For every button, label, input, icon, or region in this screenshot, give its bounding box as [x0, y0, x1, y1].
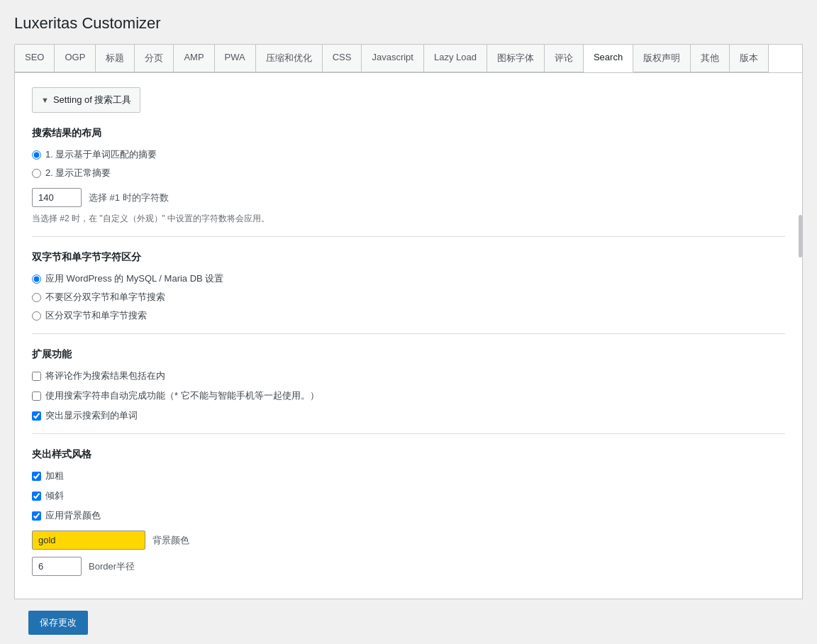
tab-amp[interactable]: AMP — [174, 45, 214, 72]
layout-radio-2-label: 2. 显示正常摘要 — [45, 167, 111, 179]
tab-comments[interactable]: 评论 — [545, 45, 584, 72]
layout-radio-1-label: 1. 显示基于单词匹配的摘要 — [45, 148, 157, 161]
tab-css[interactable]: CSS — [323, 45, 362, 72]
color-label: 背景颜色 — [152, 534, 189, 547]
highlight-checkbox-3[interactable]: 应用背景颜色 — [32, 509, 785, 522]
extend-group-label: 扩展功能 — [32, 348, 785, 361]
char-count-label: 选择 #1 时的字符数 — [89, 191, 169, 204]
border-radius-row: Border半径 — [32, 557, 785, 576]
byte-radio-1[interactable]: 应用 WordPress 的 MySQL / Maria DB 设置 — [32, 272, 785, 285]
byte-group-label: 双字节和单字节字符区分 — [32, 251, 785, 264]
highlight-checkbox-3-input[interactable] — [32, 511, 41, 521]
byte-radio-3[interactable]: 区分双字节和单字节搜索 — [32, 309, 785, 322]
tab-copyright[interactable]: 版权声明 — [633, 45, 691, 72]
extend-checkbox-2-input[interactable] — [32, 392, 41, 401]
tab-icon-font[interactable]: 图标字体 — [487, 45, 545, 72]
divider-2 — [32, 333, 785, 334]
tab-compress[interactable]: 压缩和优化 — [256, 45, 323, 72]
layout-radio-1[interactable]: 1. 显示基于单词匹配的摘要 — [32, 148, 785, 161]
byte-radio-1-input[interactable] — [32, 274, 41, 284]
byte-radio-group: 应用 WordPress 的 MySQL / Maria DB 设置 不要区分双… — [32, 272, 785, 322]
color-input-row: 背景颜色 — [32, 531, 785, 550]
byte-radio-3-label: 区分双字节和单字节搜索 — [45, 309, 147, 322]
tab-version[interactable]: 版本 — [730, 45, 769, 72]
extend-checkbox-3-label: 突出显示搜索到的单词 — [45, 409, 138, 422]
extend-checkbox-1-input[interactable] — [32, 372, 41, 381]
section-header-label: Setting of 搜索工具 — [53, 94, 132, 106]
highlight-checkbox-1[interactable]: 加粗 — [32, 470, 785, 482]
page-title: Luxeritas Customizer — [14, 14, 803, 33]
tabs-bar: SEO OGP 标题 分页 AMP PWA 压缩和优化 CSS Javascri… — [14, 44, 803, 72]
save-bar: 保存更改 — [14, 599, 803, 644]
highlight-checkbox-1-input[interactable] — [32, 472, 41, 481]
extend-checkbox-group: 将评论作为搜索结果包括在内 使用搜索字符串自动完成功能（* 它不能与智能手机等一… — [32, 370, 785, 422]
extend-checkbox-3[interactable]: 突出显示搜索到的单词 — [32, 409, 785, 422]
tab-title[interactable]: 标题 — [96, 45, 135, 72]
highlight-checkbox-2-input[interactable] — [32, 492, 41, 501]
section-header[interactable]: ▼ Setting of 搜索工具 — [32, 87, 140, 113]
tab-search[interactable]: Search — [584, 45, 633, 72]
layout-helper-text: 当选择 #2 时，在 "自定义（外观）" 中设置的字符数将会应用。 — [32, 213, 785, 225]
color-text-input[interactable] — [32, 531, 145, 550]
layout-radio-1-input[interactable] — [32, 150, 41, 160]
highlight-checkbox-2-label: 倾斜 — [45, 489, 64, 502]
divider-3 — [32, 433, 785, 434]
extend-checkbox-2-label: 使用搜索字符串自动完成功能（* 它不能与智能手机等一起使用。） — [45, 389, 319, 402]
content-area: ▼ Setting of 搜索工具 搜索结果的布局 1. 显示基于单词匹配的摘要… — [14, 72, 803, 599]
char-count-input[interactable] — [32, 188, 82, 207]
tab-seo[interactable]: SEO — [15, 45, 55, 72]
section-toggle-icon: ▼ — [41, 96, 49, 104]
tab-ogp[interactable]: OGP — [55, 45, 96, 72]
layout-radio-2-input[interactable] — [32, 169, 41, 178]
char-count-row: 选择 #1 时的字符数 — [32, 188, 785, 207]
highlight-group-label: 夹出样式风格 — [32, 448, 785, 461]
border-radius-input[interactable] — [32, 557, 82, 576]
tab-javascript[interactable]: Javascript — [362, 45, 424, 72]
byte-radio-1-label: 应用 WordPress 的 MySQL / Maria DB 设置 — [45, 272, 223, 285]
byte-radio-2-input[interactable] — [32, 293, 41, 302]
highlight-checkbox-1-label: 加粗 — [45, 470, 64, 482]
extend-checkbox-1-label: 将评论作为搜索结果包括在内 — [45, 370, 165, 382]
tab-lazyload[interactable]: Lazy Load — [424, 45, 487, 72]
extend-checkbox-2[interactable]: 使用搜索字符串自动完成功能（* 它不能与智能手机等一起使用。） — [32, 389, 785, 402]
extend-checkbox-1[interactable]: 将评论作为搜索结果包括在内 — [32, 370, 785, 382]
byte-radio-2[interactable]: 不要区分双字节和单字节搜索 — [32, 291, 785, 304]
extend-checkbox-3-input[interactable] — [32, 411, 41, 421]
layout-group-label: 搜索结果的布局 — [32, 127, 785, 140]
tab-pwa[interactable]: PWA — [215, 45, 256, 72]
highlight-checkbox-3-label: 应用背景颜色 — [45, 509, 101, 522]
layout-radio-2[interactable]: 2. 显示正常摘要 — [32, 167, 785, 179]
tab-pagination[interactable]: 分页 — [135, 45, 174, 72]
scrollbar-indicator[interactable] — [799, 215, 802, 257]
tab-other[interactable]: 其他 — [691, 45, 730, 72]
border-radius-label: Border半径 — [89, 560, 135, 573]
divider-1 — [32, 236, 785, 237]
byte-radio-3-input[interactable] — [32, 311, 41, 321]
save-button[interactable]: 保存更改 — [28, 611, 88, 635]
layout-radio-group: 1. 显示基于单词匹配的摘要 2. 显示正常摘要 — [32, 148, 785, 179]
highlight-checkbox-2[interactable]: 倾斜 — [32, 489, 785, 502]
highlight-checkbox-group: 加粗 倾斜 应用背景颜色 — [32, 470, 785, 522]
byte-radio-2-label: 不要区分双字节和单字节搜索 — [45, 291, 165, 304]
